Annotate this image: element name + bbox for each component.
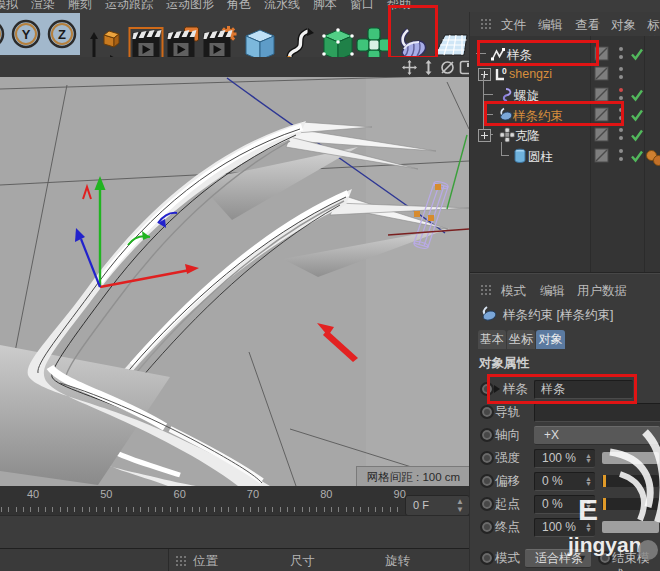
coords-label-size: 尺寸 [290, 553, 315, 570]
ruler-number: 70 [241, 488, 265, 500]
导轨-field[interactable] [534, 403, 660, 422]
menu-item-0[interactable]: 模拟 [0, 0, 18, 12]
attr-row-样条: 样条样条 [470, 379, 660, 399]
menu-item-4[interactable]: 运动图形 [166, 0, 214, 12]
强度-spinner[interactable]: 100 %▲▼ [534, 449, 595, 468]
ruler-number: 60 [168, 488, 192, 500]
cinema4d-window: 模拟渲染雕刻运动跟踪运动图形角色流水线脚本窗口帮助 X Y Z [0, 0, 660, 571]
偏移-slider[interactable] [602, 475, 659, 487]
menu-item-7[interactable]: 脚本 [313, 0, 337, 12]
终点-spinner[interactable]: 100 %▲▼ [534, 518, 595, 537]
menu-item-6[interactable]: 流水线 [264, 0, 300, 12]
终点-slider[interactable] [602, 521, 659, 533]
keyframe-radio[interactable] [480, 474, 494, 488]
attr-row-导轨: 导轨 [470, 402, 660, 422]
axis-x-button[interactable]: X [0, 13, 8, 55]
right-panel: 文件 编辑 查看 对象 标签 样条0shengzi螺旋样条约束克隆圆柱 模式 编… [469, 12, 660, 571]
menu-item-5[interactable]: 角色 [227, 0, 251, 12]
模式-dropdown[interactable]: 适合样条▼ [525, 549, 591, 568]
attr-row-偏移: 偏移0 %▲▼ [470, 471, 660, 491]
attr-row-轴向: 轴向+X [470, 425, 660, 445]
attr-row-起点: 起点0 %▲▼ [470, 494, 660, 514]
keyframe-radio[interactable] [480, 428, 494, 442]
起点-slider[interactable] [602, 498, 659, 510]
menu-item-9[interactable]: 帮助 [387, 0, 411, 12]
axis-z-button[interactable]: Z [44, 13, 80, 55]
keyframe-radio[interactable] [480, 520, 494, 534]
menu-item-2[interactable]: 雕刻 [68, 0, 92, 12]
ruler-number: 40 [21, 488, 45, 500]
timeline-ruler[interactable]: 405060708090 [0, 486, 469, 515]
grip-icon[interactable] [175, 555, 188, 567]
keyframe-radio[interactable] [480, 382, 494, 396]
keyframe-radio[interactable] [480, 451, 494, 465]
menu-item-1[interactable]: 渲染 [31, 0, 55, 12]
起点-spinner[interactable]: 0 %▲▼ [534, 495, 595, 514]
attr-row-强度: 强度100 %▲▼ [470, 448, 660, 468]
viewport-canvas[interactable] [0, 77, 469, 486]
coords-label-rotation: 旋转 [385, 553, 410, 570]
svg-text:Y: Y [22, 27, 31, 42]
menu-item-3[interactable]: 运动跟踪 [105, 0, 153, 12]
pan-icon[interactable] [402, 60, 417, 75]
样条-field[interactable]: 样条 [534, 380, 633, 399]
zoom-icon[interactable] [421, 60, 436, 75]
偏移-spinner[interactable]: 0 %▲▼ [534, 472, 595, 491]
attr-row-模式: 模式适合样条▼结束模式 [470, 548, 660, 568]
frame-field[interactable]: 0 F ▲ ▼ [405, 495, 470, 516]
menu-item-8[interactable]: 窗口 [350, 0, 374, 12]
main-menubar: 模拟渲染雕刻运动跟踪运动图形角色流水线脚本窗口帮助 [0, 0, 660, 12]
attr-row-终点: 终点100 %▲▼ [470, 517, 660, 537]
expand-arrow-icon[interactable] [494, 385, 500, 393]
轴向-dropdown[interactable]: +X [534, 426, 660, 445]
axis-y-button[interactable]: Y [8, 13, 44, 55]
keyframe-radio[interactable] [480, 497, 494, 511]
keyframe-radio[interactable] [480, 551, 494, 565]
keyframe-radio[interactable] [598, 551, 612, 565]
ruler-number: 50 [94, 488, 118, 500]
transport-controls: ?P [0, 515, 469, 549]
rotate-icon[interactable] [440, 60, 455, 75]
keyframe-radio[interactable] [480, 405, 494, 419]
grid-spacing-label: 网格间距 : 100 cm [356, 466, 470, 487]
ruler-number: 80 [314, 488, 338, 500]
svg-text:Z: Z [58, 27, 66, 42]
coordinates-bar: 位置 尺寸 旋转 [0, 548, 469, 571]
强度-slider[interactable] [602, 452, 659, 464]
coords-label-position: 位置 [193, 553, 218, 570]
viewport-header [0, 57, 469, 78]
